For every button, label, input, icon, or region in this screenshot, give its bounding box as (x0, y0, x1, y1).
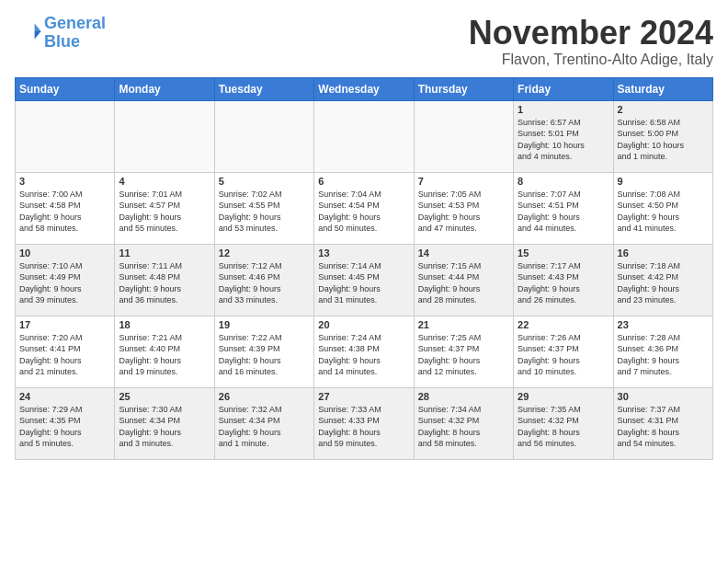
calendar-cell: 8Sunrise: 7:07 AM Sunset: 4:51 PM Daylig… (514, 172, 613, 244)
day-number: 19 (219, 319, 310, 330)
calendar-cell: 11Sunrise: 7:11 AM Sunset: 4:48 PM Dayli… (115, 244, 214, 316)
calendar-cell: 12Sunrise: 7:12 AM Sunset: 4:46 PM Dayli… (214, 244, 313, 316)
calendar-cell: 30Sunrise: 7:37 AM Sunset: 4:31 PM Dayli… (613, 387, 712, 459)
day-number: 20 (318, 319, 409, 330)
calendar-cell (314, 100, 414, 172)
dow-header-sunday: Sunday (16, 77, 115, 100)
day-info: Sunrise: 7:30 AM Sunset: 4:34 PM Dayligh… (119, 404, 210, 450)
day-info: Sunrise: 7:33 AM Sunset: 4:33 PM Dayligh… (318, 404, 409, 450)
day-of-week-row: SundayMondayTuesdayWednesdayThursdayFrid… (16, 77, 713, 100)
day-info: Sunrise: 7:07 AM Sunset: 4:51 PM Dayligh… (518, 189, 609, 235)
day-number: 4 (119, 176, 210, 187)
calendar-cell: 2Sunrise: 6:58 AM Sunset: 5:00 PM Daylig… (613, 100, 712, 172)
calendar-cell: 1Sunrise: 6:57 AM Sunset: 5:01 PM Daylig… (514, 100, 613, 172)
calendar-cell: 25Sunrise: 7:30 AM Sunset: 4:34 PM Dayli… (115, 387, 214, 459)
day-number: 1 (518, 104, 609, 115)
day-info: Sunrise: 7:21 AM Sunset: 4:40 PM Dayligh… (119, 332, 210, 378)
day-number: 28 (418, 391, 509, 402)
day-number: 30 (618, 391, 709, 402)
day-number: 26 (219, 391, 310, 402)
calendar-cell: 26Sunrise: 7:32 AM Sunset: 4:34 PM Dayli… (214, 387, 313, 459)
month-title: November 2024 (469, 15, 713, 52)
calendar-cell: 22Sunrise: 7:26 AM Sunset: 4:37 PM Dayli… (514, 316, 613, 387)
dow-header-monday: Monday (115, 77, 214, 100)
calendar-cell: 15Sunrise: 7:17 AM Sunset: 4:43 PM Dayli… (514, 244, 613, 316)
calendar-cell: 29Sunrise: 7:35 AM Sunset: 4:32 PM Dayli… (514, 387, 613, 459)
calendar-cell (16, 100, 115, 172)
week-row-2: 3Sunrise: 7:00 AM Sunset: 4:58 PM Daylig… (16, 172, 713, 244)
day-number: 8 (518, 176, 609, 187)
day-number: 2 (618, 104, 709, 115)
week-row-4: 17Sunrise: 7:20 AM Sunset: 4:41 PM Dayli… (16, 316, 713, 387)
logo-icon (17, 18, 42, 44)
day-info: Sunrise: 7:14 AM Sunset: 4:45 PM Dayligh… (318, 260, 409, 306)
calendar-cell: 7Sunrise: 7:05 AM Sunset: 4:53 PM Daylig… (414, 172, 513, 244)
day-number: 22 (518, 319, 609, 330)
dow-header-friday: Friday (514, 77, 613, 100)
day-info: Sunrise: 7:22 AM Sunset: 4:39 PM Dayligh… (219, 332, 310, 378)
calendar-cell: 21Sunrise: 7:25 AM Sunset: 4:37 PM Dayli… (414, 316, 513, 387)
week-row-3: 10Sunrise: 7:10 AM Sunset: 4:49 PM Dayli… (16, 244, 713, 316)
day-number: 6 (318, 176, 409, 187)
day-number: 5 (219, 176, 310, 187)
day-number: 12 (219, 247, 310, 259)
page: General Blue November 2024 Flavon, Trent… (0, 0, 728, 467)
location: Flavon, Trentino-Alto Adige, Italy (469, 52, 713, 68)
day-number: 3 (19, 176, 110, 187)
calendar-cell: 4Sunrise: 7:01 AM Sunset: 4:57 PM Daylig… (115, 172, 214, 244)
day-number: 14 (418, 247, 509, 259)
day-number: 7 (418, 176, 509, 187)
day-info: Sunrise: 6:58 AM Sunset: 5:00 PM Dayligh… (618, 117, 709, 163)
calendar-cell: 6Sunrise: 7:04 AM Sunset: 4:54 PM Daylig… (314, 172, 414, 244)
day-info: Sunrise: 7:35 AM Sunset: 4:32 PM Dayligh… (518, 404, 609, 450)
day-info: Sunrise: 7:20 AM Sunset: 4:41 PM Dayligh… (19, 332, 110, 378)
day-info: Sunrise: 7:11 AM Sunset: 4:48 PM Dayligh… (119, 260, 210, 306)
week-row-5: 24Sunrise: 7:29 AM Sunset: 4:35 PM Dayli… (16, 387, 713, 459)
day-info: Sunrise: 7:34 AM Sunset: 4:32 PM Dayligh… (418, 404, 509, 450)
day-info: Sunrise: 7:17 AM Sunset: 4:43 PM Dayligh… (518, 260, 609, 306)
day-number: 9 (618, 176, 709, 187)
calendar-cell: 17Sunrise: 7:20 AM Sunset: 4:41 PM Dayli… (16, 316, 115, 387)
calendar-cell: 9Sunrise: 7:08 AM Sunset: 4:50 PM Daylig… (613, 172, 712, 244)
day-number: 18 (119, 319, 210, 330)
day-info: Sunrise: 7:18 AM Sunset: 4:42 PM Dayligh… (618, 260, 709, 306)
calendar-body: 1Sunrise: 6:57 AM Sunset: 5:01 PM Daylig… (16, 100, 713, 459)
dow-header-saturday: Saturday (613, 77, 712, 100)
day-number: 21 (418, 319, 509, 330)
calendar-cell (214, 100, 313, 172)
day-info: Sunrise: 7:15 AM Sunset: 4:44 PM Dayligh… (418, 260, 509, 306)
day-info: Sunrise: 7:10 AM Sunset: 4:49 PM Dayligh… (19, 260, 110, 306)
day-info: Sunrise: 7:01 AM Sunset: 4:57 PM Dayligh… (119, 189, 210, 235)
calendar-cell: 20Sunrise: 7:24 AM Sunset: 4:38 PM Dayli… (314, 316, 414, 387)
calendar-cell: 28Sunrise: 7:34 AM Sunset: 4:32 PM Dayli… (414, 387, 513, 459)
day-number: 25 (119, 391, 210, 402)
logo-text-line2: Blue (44, 33, 106, 52)
day-info: Sunrise: 7:05 AM Sunset: 4:53 PM Dayligh… (418, 189, 509, 235)
calendar-cell: 13Sunrise: 7:14 AM Sunset: 4:45 PM Dayli… (314, 244, 414, 316)
day-info: Sunrise: 7:24 AM Sunset: 4:38 PM Dayligh… (318, 332, 409, 378)
day-info: Sunrise: 7:25 AM Sunset: 4:37 PM Dayligh… (418, 332, 509, 378)
day-info: Sunrise: 7:04 AM Sunset: 4:54 PM Dayligh… (318, 189, 409, 235)
calendar-cell: 3Sunrise: 7:00 AM Sunset: 4:58 PM Daylig… (16, 172, 115, 244)
day-number: 10 (19, 247, 110, 259)
day-info: Sunrise: 7:12 AM Sunset: 4:46 PM Dayligh… (219, 260, 310, 306)
calendar-cell: 18Sunrise: 7:21 AM Sunset: 4:40 PM Dayli… (115, 316, 214, 387)
day-number: 23 (618, 319, 709, 330)
day-info: Sunrise: 7:29 AM Sunset: 4:35 PM Dayligh… (19, 404, 110, 450)
calendar-cell: 24Sunrise: 7:29 AM Sunset: 4:35 PM Dayli… (16, 387, 115, 459)
calendar-cell: 16Sunrise: 7:18 AM Sunset: 4:42 PM Dayli… (613, 244, 712, 316)
dow-header-wednesday: Wednesday (314, 77, 414, 100)
day-number: 16 (618, 247, 709, 259)
day-number: 11 (119, 247, 210, 259)
day-number: 17 (19, 319, 110, 330)
day-info: Sunrise: 6:57 AM Sunset: 5:01 PM Dayligh… (518, 117, 609, 163)
week-row-1: 1Sunrise: 6:57 AM Sunset: 5:01 PM Daylig… (16, 100, 713, 172)
calendar-cell: 10Sunrise: 7:10 AM Sunset: 4:49 PM Dayli… (16, 244, 115, 316)
day-info: Sunrise: 7:00 AM Sunset: 4:58 PM Dayligh… (19, 189, 110, 235)
day-info: Sunrise: 7:26 AM Sunset: 4:37 PM Dayligh… (518, 332, 609, 378)
day-number: 15 (518, 247, 609, 259)
day-info: Sunrise: 7:28 AM Sunset: 4:36 PM Dayligh… (618, 332, 709, 378)
calendar-cell: 19Sunrise: 7:22 AM Sunset: 4:39 PM Dayli… (214, 316, 313, 387)
calendar-cell: 27Sunrise: 7:33 AM Sunset: 4:33 PM Dayli… (314, 387, 414, 459)
day-number: 13 (318, 247, 409, 259)
